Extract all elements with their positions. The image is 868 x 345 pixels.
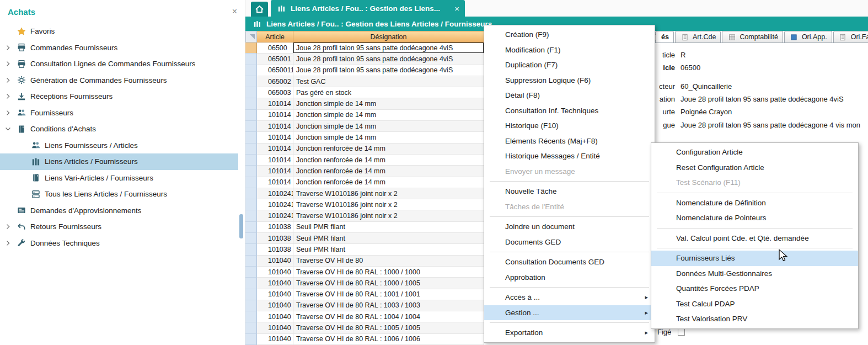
row-selector-cell[interactable] [245,188,257,199]
row-selector-cell[interactable] [245,177,257,188]
row-selector-cell[interactable] [245,267,257,278]
sidebar-item[interactable]: Réceptions Fournisseurs [0,88,238,105]
row-selector-cell[interactable] [245,222,257,233]
chevron-right-icon[interactable] [4,109,13,117]
sidebar-item[interactable]: Favoris [0,23,238,40]
column-header-article[interactable]: Article [257,31,293,43]
row-selector-cell[interactable] [245,199,257,210]
menu-item[interactable]: Quantités Forcées PDAP [651,281,858,296]
menu-item[interactable]: Reset Configuration Article [651,160,858,176]
menu-item[interactable]: Détail (F8) [484,88,655,103]
detail-tab[interactable]: Art.Cde [675,31,721,43]
menu-item[interactable]: Nomenclature de Définition [651,195,858,211]
sidebar-item[interactable]: Liens Vari-Articles / Fournisseurs [0,170,238,187]
table-row[interactable]: 101014Jonction renforcée de 14 mm [245,166,484,177]
menu-item[interactable]: Historique (F10) [484,118,655,134]
column-header-designation[interactable]: Désignation [293,31,484,43]
tab-liens-articles-fournisseurs[interactable]: Liens Articles / Fou.. : Gestion des Lie… [271,0,465,17]
chevron-right-icon[interactable] [4,76,13,84]
home-button[interactable] [251,2,268,17]
sidebar-item[interactable]: Données Techniques [0,235,238,252]
chevron-right-icon[interactable] [4,92,13,100]
menu-item[interactable]: Gestion ...▸ [484,305,655,321]
row-selector-cell[interactable] [245,278,257,289]
sidebar-item[interactable]: Liens Fournisseurs / Articles [0,137,238,154]
menu-item[interactable]: Joindre un document [484,219,655,235]
table-row[interactable]: 06500Joue 28 profil talon 95 sans patte … [245,43,484,54]
detail-tab[interactable]: és [655,31,674,43]
row-selector-cell[interactable] [245,166,257,177]
row-selector-cell[interactable] [245,110,257,121]
row-selector-cell[interactable] [245,155,257,166]
sidebar-scrollbar-thumb[interactable] [239,214,243,238]
table-row[interactable]: 1010241Traverse W1010186 joint noir x 2 [245,210,484,221]
menu-item[interactable]: Historique Messages / Entité [484,148,655,164]
table-row[interactable]: 065003Pas géré en stock [245,87,484,98]
table-row[interactable]: 101014Jonction renforcée de 14 mm [245,155,484,166]
sidebar-item[interactable]: Commandes Fournisseurs [0,40,238,56]
row-selector-cell[interactable] [245,76,257,87]
sidebar-item[interactable]: Tous les Liens Articles / Fournisseurs [0,186,238,203]
menu-item[interactable]: Création (F9) [484,27,655,43]
fige-checkbox[interactable] [678,328,685,336]
row-selector-cell[interactable] [245,144,257,155]
row-selector-cell[interactable] [245,54,257,65]
row-selector-cell[interactable] [245,65,257,76]
sidebar-item[interactable]: Retours Fournisseurs [0,219,238,235]
table-row[interactable]: 101014Jonction simple de 14 mm [245,132,484,143]
sidebar-item[interactable]: Fournisseurs [0,105,238,121]
menu-item[interactable]: Nomenclature de Pointeurs [651,210,858,226]
menu-item[interactable]: Val. Calcul point Cde. et Qté. demandée [651,231,858,246]
row-selector-cell[interactable] [245,121,257,132]
table-row[interactable]: 101040Traverse OV HI de 80 RAL : 1003 / … [245,300,484,311]
row-selector-cell[interactable] [245,210,257,221]
menu-item[interactable]: Fournisseurs Liés [651,251,858,266]
menu-item[interactable]: Suppression Logique (F6) [484,73,655,88]
row-selector-cell[interactable] [245,98,257,109]
menu-item[interactable]: Accès à ...▸ [484,290,655,305]
table-row[interactable]: 101040Traverse OV HI de 80 RAL : 1000 / … [245,278,484,289]
table-row[interactable]: 101014Jonction simple de 14 mm [245,110,484,121]
menu-item[interactable]: Configuration Article [651,145,858,160]
menu-item[interactable]: Eléments Récents (Maj+F8) [484,134,655,149]
row-selector-cell[interactable] [245,300,257,311]
sidebar-item[interactable]: Liens Articles / Fournisseurs [0,153,238,170]
menu-item[interactable]: Documents GED [484,235,655,250]
row-selector-cell[interactable] [245,256,257,267]
menu-item[interactable]: Nouvelle Tâche [484,184,655,199]
table-row[interactable]: 065001Joue 28 profil talon 95 sans patte… [245,54,484,65]
row-selector-cell[interactable] [245,289,257,300]
menu-item[interactable]: Duplication (F7) [484,57,655,73]
menu-item[interactable]: Approbation [484,270,655,285]
table-row[interactable]: 101014Jonction renforcée de 14 mm [245,144,484,155]
table-row[interactable]: 1010241Traverse W1010186 joint noir x 2 [245,188,484,199]
menu-item[interactable]: Consultation Documents GED [484,254,655,270]
chevron-down-icon[interactable] [4,125,13,133]
detail-tab[interactable]: Ori.App. [784,31,832,43]
menu-item[interactable]: Test Valorisation PRV [651,311,858,327]
sidebar-item[interactable]: Demandes d'Approvisionnements [0,203,238,219]
row-selector-cell[interactable] [245,244,257,255]
menu-item[interactable]: Exportation▸ [484,325,655,341]
menu-item[interactable]: Consultation Inf. Techniques [484,103,655,119]
sidebar-item[interactable]: Génération de Commandes Fournisseurs [0,72,238,89]
row-selector-cell[interactable] [245,132,257,143]
table-row[interactable]: 1010241Traverse W1010186 joint noir x 2 [245,199,484,210]
chevron-right-icon[interactable] [4,239,13,247]
table-row[interactable]: 101038Seuil PMR filant [245,233,484,244]
row-selector-cell[interactable] [245,322,257,333]
row-selector-cell[interactable] [245,87,257,98]
table-row[interactable]: 101040Traverse OV HI de 80 RAL : 1004 / … [245,311,484,322]
table-row[interactable]: 065002Test GAC [245,76,484,87]
table-row[interactable]: 101040Traverse OV HI de 80 RAL : 1006 / … [245,334,484,345]
detail-tab[interactable]: Comptabilité [722,31,783,43]
table-row[interactable]: 101014Jonction simple de 14 mm [245,121,484,132]
table-row[interactable]: 101014Jonction simple de 14 mm [245,98,484,109]
sidebar-close-icon[interactable]: × [232,7,237,17]
menu-item[interactable]: Modification (F1) [484,43,655,58]
table-row[interactable]: 101014Jonction renforcée de 14 mm [245,177,484,188]
sidebar-item[interactable]: Consultation Lignes de Commandes Fournis… [0,56,238,72]
table-row[interactable]: 101040Traverse OV HI de 80 [245,256,484,267]
menu-item[interactable]: Données Multi-Gestionnaires [651,266,858,282]
row-selector-cell[interactable] [245,311,257,322]
